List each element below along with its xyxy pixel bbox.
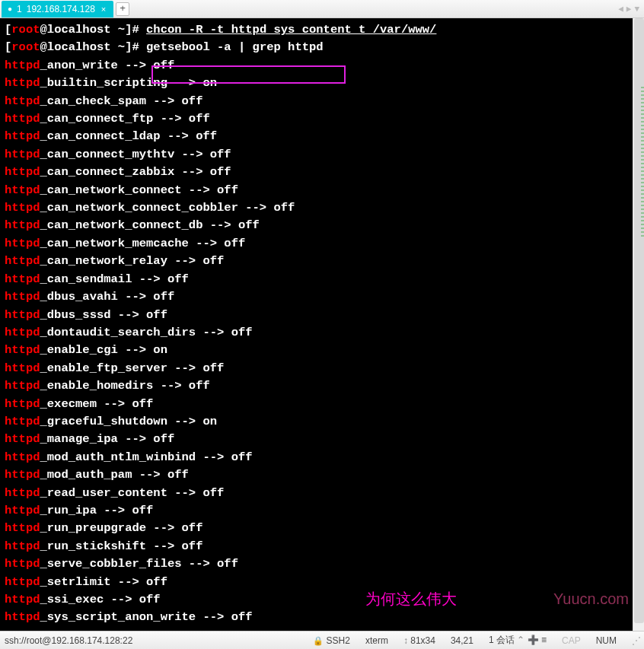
watermark-text: 为何这么伟大 [365, 590, 457, 608]
add-tab-button[interactable]: + [116, 2, 129, 16]
nav-right-icon[interactable]: ▶ [626, 4, 632, 14]
status-term: xterm [365, 635, 388, 646]
nav-down-icon[interactable]: ▼ [634, 5, 639, 14]
nav-left-icon[interactable]: ◀ [618, 4, 623, 14]
status-connection: ssh://root@192.168.174.128:22 [5, 635, 132, 646]
status-cursor: 34,21 [451, 635, 473, 646]
tab-index: 1 [17, 4, 22, 14]
scrollbar[interactable] [633, 18, 644, 631]
minimap [641, 87, 644, 239]
status-bar: ssh://root@192.168.174.128:22 🔒 SSH2 xte… [0, 631, 644, 649]
tab-nav: ◀ ▶ ▼ [618, 4, 639, 14]
lock-icon: 🔒 [313, 636, 324, 645]
command-highlight [151, 65, 346, 84]
status-caps: CAP [562, 635, 581, 646]
tab-title: 192.168.174.128 [27, 4, 95, 14]
close-icon[interactable]: × [100, 5, 107, 14]
status-sessions: 1 会话 ⌃ ➕ ≡ [489, 634, 547, 647]
status-size: 81x34 [403, 635, 435, 646]
tab-bar: ● 1 192.168.174.128 × + ◀ ▶ ▼ [0, 0, 644, 18]
watermark-site: Yuucn.com [553, 590, 629, 608]
resize-grip[interactable]: ⋰ [632, 635, 639, 646]
terminal-output[interactable]: [root@localhost ~]# chcon -R -t httpd_sy… [0, 18, 644, 631]
status-ssh: 🔒 SSH2 [313, 635, 350, 646]
terminal-tab[interactable]: ● 1 192.168.174.128 × [2, 1, 113, 17]
status-num: NUM [596, 635, 617, 646]
